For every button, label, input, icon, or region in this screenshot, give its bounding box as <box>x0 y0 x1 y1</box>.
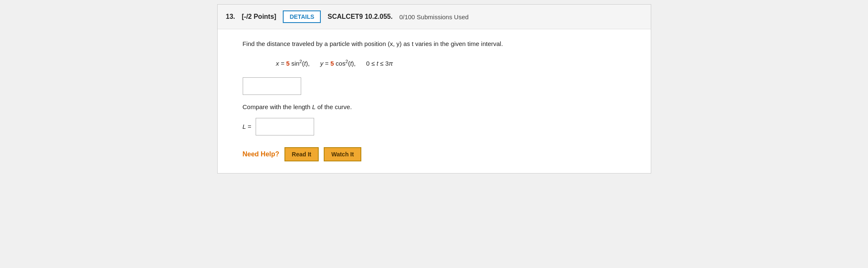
details-button[interactable]: DETAILS <box>283 10 321 23</box>
compare-text: Compare with the length L of the curve. <box>243 103 634 110</box>
question-number: 13. <box>226 13 235 20</box>
distance-answer-input[interactable] <box>243 77 301 95</box>
L-row: L = <box>243 118 634 135</box>
problem-id: SCALCET9 10.2.055. <box>327 13 393 20</box>
read-it-button[interactable]: Read It <box>284 147 319 161</box>
points-label: [-/2 Points] <box>242 13 277 20</box>
need-help-label: Need Help? <box>243 151 279 158</box>
L-answer-input[interactable] <box>256 118 314 135</box>
question-container: 13. [-/2 Points] DETAILS SCALCET9 10.2.0… <box>217 4 651 174</box>
math-equation: x = 5 sin2(t), y = 5 cos2(t), 0 ≤ t ≤ 3π <box>276 57 634 69</box>
L-label: L = <box>243 123 251 130</box>
submissions-used: 0/100 Submissions Used <box>399 13 469 20</box>
watch-it-button[interactable]: Watch It <box>324 147 361 161</box>
interval: 0 ≤ t ≤ 3π <box>366 60 393 67</box>
question-body: Find the distance traveled by a particle… <box>218 29 651 173</box>
y-equation: y = 5 cos2(t), <box>320 60 357 67</box>
x-equation: x = 5 sin2(t), <box>276 60 312 67</box>
question-header: 13. [-/2 Points] DETAILS SCALCET9 10.2.0… <box>218 5 651 29</box>
problem-description: Find the distance traveled by a particle… <box>243 39 634 49</box>
help-row: Need Help? Read It Watch It <box>243 147 634 161</box>
